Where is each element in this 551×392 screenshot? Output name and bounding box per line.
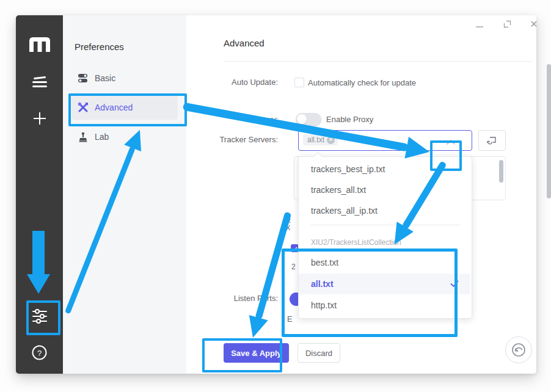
clipped-text-fragment: X: [286, 224, 290, 231]
check-icon: [450, 280, 459, 289]
app-window: ? Preferences Basic: [16, 15, 536, 374]
tracker-servers-label: Tracker Servers:: [202, 135, 278, 144]
preferences-panel: Preferences Basic: [63, 15, 186, 374]
task-list-icon[interactable]: [16, 73, 63, 92]
speed-limit-button[interactable]: [505, 336, 532, 363]
dropdown-divider: [311, 225, 459, 225]
page-title: Advanced: [224, 38, 265, 48]
screenshot-stage: ? Preferences Basic: [0, 0, 551, 392]
tracker-tag: all.txt ✕: [303, 134, 338, 145]
proxy-label: Proxy:: [202, 115, 278, 124]
nav-item-basic[interactable]: Basic: [71, 66, 178, 90]
auto-update-label: Auto Update:: [202, 78, 278, 87]
dropdown-option[interactable]: best.txt: [299, 252, 470, 273]
advanced-tools-icon: [78, 102, 89, 113]
clipped-text-fragment: 2: [291, 263, 296, 271]
tag-remove-icon[interactable]: ✕: [327, 136, 335, 144]
auto-update-checkbox-label[interactable]: Automatically check for update: [308, 78, 416, 87]
proxy-toggle[interactable]: [296, 113, 321, 126]
nav-item-advanced-label: Advanced: [95, 103, 133, 112]
discard-button[interactable]: Discard: [297, 343, 340, 363]
chevron-up-icon[interactable]: [446, 137, 456, 148]
clipped-text-fragment: R: [286, 217, 291, 224]
dropdown-option[interactable]: trackers_best_ip.txt: [299, 159, 470, 180]
main-scrollbar[interactable]: [547, 64, 551, 198]
dropdown-option-selected[interactable]: all.txt: [299, 274, 470, 294]
save-apply-button[interactable]: Save & Apply: [224, 343, 289, 363]
minimize-button[interactable]: [475, 19, 484, 29]
title-divider: [224, 61, 532, 62]
motrix-logo-icon: [16, 35, 63, 54]
dropdown-group-label: XIU2/TrackersListCollection: [299, 234, 470, 251]
preferences-icon[interactable]: [16, 307, 63, 325]
app-sidebar: ?: [16, 15, 63, 374]
dropdown-option[interactable]: trackers_all_ip.txt: [299, 200, 470, 221]
auto-update-checkbox[interactable]: [294, 78, 304, 87]
add-task-icon[interactable]: [16, 109, 63, 128]
basic-icon: [78, 73, 89, 84]
listen-ports-label: Listen Ports:: [202, 294, 278, 303]
nav-item-advanced[interactable]: Advanced: [71, 95, 178, 120]
maximize-button[interactable]: [503, 19, 511, 29]
sync-trackers-button[interactable]: [478, 130, 506, 151]
nav-item-lab-label: Lab: [95, 132, 109, 142]
help-icon[interactable]: ?: [16, 344, 63, 361]
clipped-text-fragment: E: [287, 314, 293, 324]
advanced-settings-panel: ✕ Advanced Auto Update: Automatically ch…: [186, 15, 536, 374]
dropdown-option[interactable]: http.txt: [299, 295, 470, 316]
lab-icon: [78, 131, 89, 142]
nav-item-basic-label: Basic: [95, 73, 115, 83]
tracker-tag-label: all.txt: [307, 136, 324, 144]
close-button[interactable]: ✕: [530, 19, 538, 29]
tracker-dropdown: trackers_best_ip.txt trackers_all.txt tr…: [298, 156, 472, 319]
tracker-servers-select[interactable]: all.txt ✕: [298, 130, 472, 151]
svg-text:?: ?: [37, 348, 42, 357]
dropdown-option[interactable]: trackers_all.txt: [299, 180, 470, 200]
textarea-scrollbar[interactable]: [499, 160, 503, 183]
preferences-title: Preferences: [75, 42, 124, 52]
nav-item-lab[interactable]: Lab: [71, 125, 178, 149]
proxy-toggle-label: Enable Proxy: [326, 115, 373, 124]
